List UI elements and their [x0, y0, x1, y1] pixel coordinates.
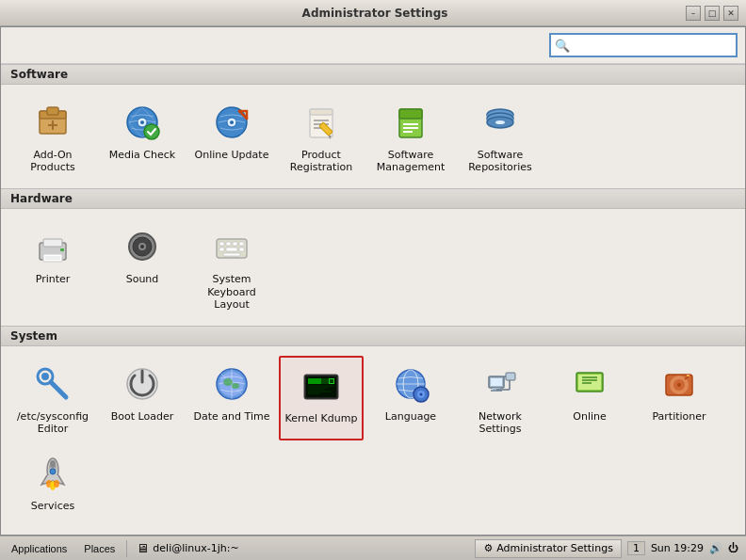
svg-rect-2 [47, 107, 58, 115]
item-media-check[interactable]: Media Check [100, 94, 185, 179]
svg-point-51 [41, 373, 49, 380]
svg-point-8 [144, 124, 159, 139]
taskbar-places[interactable]: Places [76, 541, 122, 556]
svg-point-39 [140, 245, 144, 248]
svg-rect-94 [687, 375, 689, 376]
keyboard-icon [209, 224, 254, 269]
terminal-icon: 🖥 [137, 541, 149, 555]
close-button[interactable]: ✕ [723, 6, 738, 21]
softwarerepo-label: SoftwareRepositories [468, 149, 532, 173]
section-items-system: /etc/sysconfigEditor Boot Loader [1, 346, 745, 528]
section-header-software: Software [1, 64, 745, 85]
svg-point-57 [223, 378, 233, 386]
productreg-icon [299, 100, 344, 145]
online-label: Online [573, 410, 606, 423]
item-online[interactable]: Online [547, 356, 632, 440]
maximize-button[interactable]: □ [705, 6, 720, 21]
partitioner-icon [657, 361, 702, 407]
addon-label: Add-OnProducts [30, 149, 75, 173]
item-software-repositories[interactable]: SoftwareRepositories [458, 94, 543, 179]
partitioner-label: Partitioner [652, 410, 705, 423]
section-items-hardware: Printer Sound [1, 209, 745, 326]
sound-icon [120, 224, 165, 269]
svg-point-75 [420, 392, 423, 395]
svg-rect-20 [399, 109, 422, 119]
settings-icon: ⚙ [483, 542, 493, 554]
kdump-label: Kernel Kdump [285, 412, 358, 424]
bootloader-label: Boot Loader [111, 410, 174, 423]
svg-rect-33 [60, 248, 64, 251]
power-icon[interactable]: ⏻ [728, 542, 738, 554]
item-language[interactable]: Language [368, 356, 453, 440]
sound-label: Sound [126, 273, 159, 285]
svg-rect-69 [330, 379, 333, 383]
item-date-and-time[interactable]: Date and Time [189, 356, 274, 440]
item-software-management[interactable]: SoftwareManagement [368, 94, 453, 179]
bootloader-icon [120, 361, 165, 407]
taskbar-active-app[interactable]: ⚙ Administrator Settings [475, 539, 621, 558]
taskbar-username: deli@linux-1jh:~ [153, 542, 238, 554]
section-items-software: Add-OnProducts Media [1, 85, 745, 188]
mediacheck-icon [120, 100, 165, 145]
item-network-settings[interactable]: NetworkSettings [458, 356, 543, 440]
softwaremgmt-label: SoftwareManagement [377, 149, 445, 173]
sysconfig-icon [30, 361, 75, 407]
section-header-hardware: Hardware [1, 188, 745, 209]
taskbar-sep1 [126, 540, 127, 557]
item-online-update[interactable]: Online Update [189, 94, 274, 179]
svg-point-11 [230, 120, 234, 124]
softwarerepo-icon [478, 100, 523, 145]
printer-icon [30, 224, 75, 269]
item-etcsysconfig-editor[interactable]: /etc/sysconfigEditor [10, 356, 95, 440]
svg-rect-32 [43, 254, 62, 262]
minimize-button[interactable]: – [686, 6, 701, 21]
mediacheck-label: Media Check [109, 149, 175, 161]
services-icon [30, 451, 75, 496]
volume-icon[interactable]: 🔊 [709, 542, 722, 554]
svg-rect-43 [233, 242, 237, 246]
item-kernel-kdump[interactable]: Kernel Kdump [279, 356, 364, 440]
titlebar: Administrator Settings – □ ✕ [0, 0, 746, 26]
svg-rect-13 [310, 109, 332, 115]
svg-rect-80 [506, 373, 515, 380]
svg-rect-46 [226, 248, 237, 251]
item-services[interactable]: Services [10, 445, 95, 518]
kdump-icon [299, 363, 344, 408]
datetime-label: Date and Time [194, 410, 270, 423]
main-window: 🔍 Software Add-OnProducts [0, 26, 746, 536]
item-boot-loader[interactable]: Boot Loader [100, 356, 185, 440]
window-title: Administrator Settings [64, 7, 686, 20]
item-addon-products[interactable]: Add-OnProducts [10, 94, 95, 179]
svg-rect-47 [239, 248, 244, 251]
item-partitioner[interactable]: Partitioner [637, 356, 722, 440]
sysconfig-label: /etc/sysconfigEditor [17, 410, 89, 435]
language-icon [388, 361, 433, 407]
svg-line-50 [51, 382, 66, 397]
window-controls: – □ ✕ [686, 6, 738, 21]
taskbar-applications[interactable]: Applications [4, 541, 74, 556]
softwaremgmt-icon [388, 100, 433, 145]
svg-point-92 [677, 383, 681, 387]
svg-rect-41 [219, 242, 224, 246]
svg-rect-44 [239, 242, 244, 246]
svg-point-29 [495, 120, 505, 124]
svg-point-7 [140, 120, 144, 124]
svg-rect-77 [491, 378, 502, 386]
svg-rect-45 [219, 248, 224, 251]
item-sound[interactable]: Sound [100, 218, 185, 316]
productreg-label: ProductRegistration [290, 149, 352, 173]
svg-rect-62 [308, 378, 321, 384]
svg-point-101 [54, 480, 59, 488]
taskbar-page-number: 1 [627, 541, 645, 555]
svg-point-58 [232, 383, 239, 389]
svg-point-97 [50, 460, 56, 468]
taskbar: Applications Places 🖥 deli@linux-1jh:~ ⚙… [0, 536, 746, 560]
printer-label: Printer [36, 273, 71, 285]
search-input[interactable] [574, 39, 732, 52]
item-system-keyboard-layout[interactable]: SystemKeyboardLayout [189, 218, 274, 316]
addon-icon [30, 100, 75, 145]
online-icon [567, 361, 612, 407]
taskbar-app-label: Administrator Settings [496, 542, 613, 554]
item-printer[interactable]: Printer [10, 218, 95, 316]
item-product-registration[interactable]: ProductRegistration [279, 94, 364, 179]
